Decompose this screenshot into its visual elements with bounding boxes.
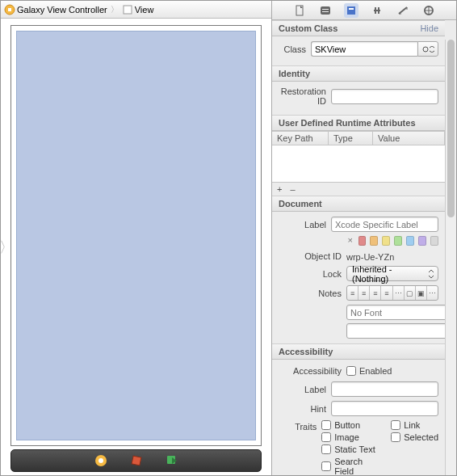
section-title: Accessibility [279,347,333,356]
remove-attr-button[interactable]: – [290,184,295,194]
identity-header: Identity [272,65,445,82]
scroll-thumb[interactable] [447,40,455,217]
chevron-right-icon: 〉 [109,4,120,15]
class-combobox[interactable] [311,41,438,57]
fill-button[interactable]: ▣ [416,286,427,300]
svg-rect-1 [8,8,11,11]
file-inspector-tab[interactable] [292,3,307,18]
breadcrumb[interactable]: Galaxy View Controller 〉 View [1,1,271,19]
runtime-attrs-header: User Defined Runtime Attributes [272,115,445,131]
inspector-pane: Custom Class Hide Class Identity Restora… [272,1,456,475]
size-inspector-tab[interactable] [396,3,410,18]
canvas-toolbar [10,449,262,472]
accessibility-header: Accessibility [272,343,445,360]
class-dropdown-button[interactable] [417,41,438,57]
object-id-label: Object ID [279,251,342,261]
runtime-attrs-table[interactable] [272,145,445,183]
pin-button[interactable] [129,453,144,468]
accessibility-enabled-checkbox[interactable]: Enabled [346,364,409,376]
skview-canvas[interactable] [16,31,256,440]
device-frame[interactable] [10,25,262,446]
color-swatch[interactable] [370,236,378,246]
controller-icon [4,4,15,15]
svg-point-4 [99,458,103,463]
trait-checkbox[interactable]: Static Text [321,444,376,454]
traits-label: Traits [279,420,317,432]
notes-text-input[interactable] [346,323,445,339]
restoration-id-label: Restoration ID [279,86,326,106]
identity-inspector-tab[interactable] [344,3,358,18]
class-input[interactable] [311,41,417,57]
color-swatch[interactable] [382,236,390,246]
align-right-button[interactable]: ≡ [370,286,381,300]
section-title: Custom Class [279,23,338,33]
col-type[interactable]: Type [329,132,373,145]
trait-checkbox[interactable]: Search Field [321,457,376,475]
acc-label-label: Label [279,385,326,394]
color-swatch[interactable] [394,236,402,246]
trait-checkbox[interactable]: Link [391,420,438,430]
notes-label: Notes [279,289,342,298]
align-left-button[interactable]: ≡ [347,286,358,300]
notes-format-bar: ≡ ≡ ≡ ≡ ⋯ ▢ ▣ ⋯ [346,285,438,301]
outline-button[interactable]: ▢ [405,286,416,300]
color-swatch[interactable] [430,236,438,246]
acc-hint-label: Hint [279,404,326,414]
canvas-area: 〉 [1,19,271,475]
clear-color-button[interactable]: × [346,236,354,246]
more-button[interactable]: ⋯ [427,286,438,300]
color-swatch[interactable] [358,236,367,246]
section-title: Identity [279,69,310,78]
class-label: Class [279,44,306,54]
svg-rect-13 [349,8,354,10]
vertical-scrollbar[interactable] [445,40,456,475]
accessibility-label: Accessibility [279,364,342,376]
traits-col-2: LinkSelected [391,420,438,475]
runtime-attrs-columns: Key Path Type Value [272,131,445,145]
label-color-swatches: × [346,236,438,246]
breadcrumb-item[interactable]: Galaxy View Controller [17,5,107,15]
breadcrumb-item[interactable]: View [135,5,154,15]
document-header: Document [272,196,445,212]
align-justify-button[interactable]: ≡ [381,286,392,300]
col-value[interactable]: Value [373,132,445,145]
lock-label: Lock [279,269,342,279]
custom-class-header: Custom Class Hide [272,20,445,36]
svg-rect-10 [322,9,329,10]
lock-select[interactable]: Inherited - (Nothing) [346,266,438,281]
svg-rect-12 [347,6,355,15]
doc-label-label: Label [279,220,326,230]
svg-rect-11 [322,11,329,12]
section-title: User Defined Runtime Attributes [279,118,416,128]
view-icon [122,4,133,15]
trait-checkbox[interactable]: Button [321,420,376,430]
trait-checkbox[interactable]: Selected [391,432,438,442]
hide-button[interactable]: Hide [420,23,438,33]
svg-rect-2 [124,6,132,14]
canvas-pane: Galaxy View Controller 〉 View 〉 [1,1,272,475]
section-title: Document [279,199,322,209]
connections-inspector-tab[interactable] [421,3,436,18]
doc-label-input[interactable] [331,217,438,232]
color-swatch[interactable] [406,236,414,246]
inspector-tab-bar [272,1,456,20]
font-input[interactable] [346,305,445,320]
trait-checkbox[interactable]: Image [321,432,376,442]
object-id-value: wrp-Ue-YZn [346,251,394,262]
align-center-button[interactable]: ≡ [358,286,370,300]
restoration-id-input[interactable] [331,89,438,104]
traits-col-1: ButtonImageStatic TextSearch FieldPlays … [321,420,376,475]
svg-rect-9 [321,6,330,15]
align-button[interactable] [94,453,108,468]
separator: ⋯ [393,286,405,300]
color-swatch[interactable] [418,236,426,246]
updown-icon [428,270,434,278]
attributes-inspector-tab[interactable] [370,3,384,18]
resolve-issues-button[interactable] [165,453,179,468]
add-attr-button[interactable]: + [277,184,282,194]
acc-hint-input[interactable] [331,401,438,416]
svg-point-15 [423,47,428,52]
col-keypath[interactable]: Key Path [272,132,329,145]
quick-help-tab[interactable] [318,3,333,18]
acc-label-input[interactable] [331,381,438,397]
